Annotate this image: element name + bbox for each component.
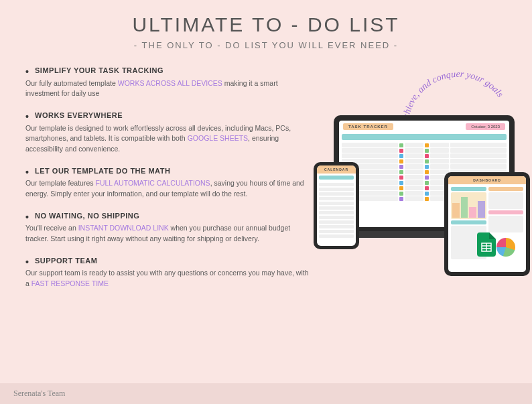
feature-item: SUPPORT TEAM Our support team is ready t… <box>25 255 314 289</box>
feature-title: NO WAITING, NO SHIPPING <box>25 210 314 222</box>
dashboard-title: DASHBOARD <box>448 176 526 184</box>
device-mockups: TASK TRACKER October, 3 2023 <box>314 109 528 269</box>
tracker-title: TASK TRACKER <box>343 123 393 130</box>
feature-title: LET OUR TEMPLATE DO THE MATH <box>25 165 314 177</box>
phone-screen: CALENDAR <box>317 165 356 246</box>
phone-rows <box>317 182 356 241</box>
feature-item: LET OUR TEMPLATE DO THE MATH Our templat… <box>25 165 314 200</box>
highlight-text: FULL AUTOMATIC CALCULATIONS <box>95 179 210 187</box>
feature-title: SUPPORT TEAM <box>25 255 314 267</box>
content-area: SIMPLIFY YOUR TASK TRACKING Our fully au… <box>0 58 532 300</box>
footer: Serenata's Team <box>0 383 532 404</box>
phone-header-bar <box>319 176 354 180</box>
tablet-screen: DASHBOARD <box>448 176 526 272</box>
highlight-text: WORKS ACROSS ALL DEVICES <box>118 79 222 87</box>
highlight-text: GOOGLE SHEETS <box>188 134 248 142</box>
feature-item: WORKS EVERYWHERE Our template is designe… <box>25 110 314 155</box>
google-sheets-icon <box>477 232 496 257</box>
feature-title: WORKS EVERYWHERE <box>25 110 314 121</box>
tracker-date: October, 3 2023 <box>466 123 505 130</box>
footer-text: Serenata's Team <box>13 389 65 398</box>
feature-body: Our fully automated template WORKS ACROS… <box>25 78 314 100</box>
feature-title: SIMPLIFY YOUR TASK TRACKING <box>25 65 314 76</box>
highlight-text: FAST RESPONSE TIME <box>31 279 109 287</box>
feature-body: Our support team is ready to assist you … <box>25 268 314 289</box>
features-column: SIMPLIFY YOUR TASK TRACKING Our fully au… <box>25 65 314 300</box>
feature-body: Our template features FULL AUTOMATIC CAL… <box>25 178 314 200</box>
tablet-mockup: DASHBOARD <box>444 172 530 276</box>
highlight-text: INSTANT DOWNLOAD LINK <box>78 224 169 232</box>
sheet-header-bar <box>342 134 507 140</box>
header: ULTIMATE TO - DO LIST - THE ONLY TO - DO… <box>0 0 532 58</box>
page-title: ULTIMATE TO - DO LIST <box>0 13 532 36</box>
feature-body: Our template is designed to work effortl… <box>25 123 314 155</box>
feature-item: NO WAITING, NO SHIPPING You'll receive a… <box>25 210 314 245</box>
illustration-column: Plan, achieve, and conquer your goals TA… <box>314 65 512 300</box>
phone-mockup: CALENDAR <box>314 162 359 249</box>
calendar-title: CALENDAR <box>317 165 356 174</box>
page-subtitle: - THE ONLY TO - DO LIST YOU WILL EVER NE… <box>0 40 532 50</box>
tracker-header: TASK TRACKER October, 3 2023 <box>339 121 509 133</box>
feature-item: SIMPLIFY YOUR TASK TRACKING Our fully au… <box>25 65 314 99</box>
feature-body: You'll receive an INSTANT DOWNLOAD LINK … <box>25 223 314 245</box>
